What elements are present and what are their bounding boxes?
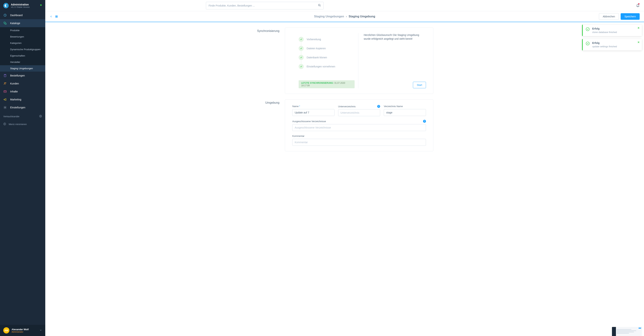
nav-sub-kategorien[interactable]: Kategorien <box>0 40 45 46</box>
excluded-input[interactable] <box>292 124 426 131</box>
toast-message: update settings finished <box>592 45 617 48</box>
sync-step-4: Einstellungen vornehmen <box>299 64 354 69</box>
field-subdir: Unterverzeichnis? <box>338 105 380 116</box>
nav-sub-dynamische[interactable]: Dynamische Produktgruppen <box>0 46 45 53</box>
last-sync-label: LETZTE SYNCHRONISIERUNG: <box>301 82 334 84</box>
step-label: Vorbereitung <box>306 38 321 41</box>
minimize-icon <box>3 123 6 126</box>
minimize-label: Menü minimieren <box>9 123 27 126</box>
last-sync-badge: LETZTE SYNCHRONISIERUNG: 31.07.2020 18:1… <box>299 80 354 88</box>
field-name: Name* <box>292 105 334 116</box>
step-label: Dateien kopieren <box>306 47 326 50</box>
breadcrumb-current: Staging Umgebung <box>348 15 375 18</box>
nav-bestellungen[interactable]: Bestellungen <box>0 72 45 80</box>
back-button[interactable] <box>50 15 52 18</box>
catalog-icon <box>3 21 7 25</box>
user-role: Administrator <box>12 331 28 333</box>
nav-label: Marketing <box>10 98 21 101</box>
admin-title: Administration <box>11 3 30 6</box>
help-icon[interactable]: ? <box>377 105 380 108</box>
dirname-input[interactable] <box>384 109 426 116</box>
settings-icon <box>3 106 7 109</box>
subdir-input[interactable] <box>338 109 380 116</box>
cancel-button[interactable]: Abbrechen <box>599 13 619 20</box>
excluded-label: Ausgeschlossene Verzeichnisse? <box>292 120 426 123</box>
help-icon[interactable]: ? <box>423 120 426 123</box>
svg-rect-13 <box>56 17 58 18</box>
comment-input[interactable] <box>292 139 426 146</box>
breadcrumb-parent[interactable]: Staging Umgebungen <box>314 15 344 18</box>
nav-marketing[interactable]: Marketing <box>0 96 45 104</box>
svg-point-10 <box>318 4 320 6</box>
dashboard-icon <box>3 14 7 17</box>
dirname-label: Verzeichnis Name <box>384 105 426 108</box>
minimize-menu[interactable]: Menü minimieren <box>0 120 45 129</box>
nav-label: Dashboard <box>10 14 23 17</box>
comment-label: Kommentar <box>292 135 426 137</box>
svg-point-5 <box>6 83 6 83</box>
toasts-container: Erfolg clone database finished ✕ Erfolg … <box>582 25 642 50</box>
content: Synchronisierung Vorbereitung <box>45 22 644 336</box>
list-button[interactable] <box>55 15 58 18</box>
main: Staging Umgebungen › Staging Umgebung Ab… <box>45 0 644 336</box>
nav-dashboard[interactable]: Dashboard <box>0 11 45 19</box>
search-input[interactable] <box>209 4 318 7</box>
breadcrumb-separator: › <box>346 15 347 18</box>
check-icon <box>299 55 304 60</box>
nav-sub-eigenschaften[interactable]: Eigenschaften <box>0 53 45 59</box>
user-name: Alexander Wolf <box>12 328 28 331</box>
sidebar-header: Administration v6.2.3 Stable Version <box>0 0 45 11</box>
search-icon <box>318 4 321 7</box>
nav-einstellungen[interactable]: Einstellungen <box>0 104 45 111</box>
nav-sub-staging[interactable]: Staging Umgebungen <box>0 65 45 72</box>
field-dirname: Verzeichnis Name <box>384 105 426 116</box>
nav-label: Kataloge <box>10 22 20 25</box>
toast-close-icon[interactable]: ✕ <box>638 41 640 44</box>
svg-rect-6 <box>4 91 6 93</box>
nav-sub-kataloge: Produkte Bewertungen Kategorien Dynamisc… <box>0 27 45 72</box>
nav-kunden[interactable]: Kunden <box>0 80 45 88</box>
name-input[interactable] <box>292 109 334 116</box>
notification-badge <box>638 3 640 5</box>
content-icon <box>3 90 7 93</box>
toast-close-icon[interactable]: ✕ <box>638 27 640 29</box>
sidebar: Administration v6.2.3 Stable Version Das… <box>0 0 45 336</box>
customers-icon <box>3 82 7 85</box>
save-button[interactable]: Speichern <box>621 13 640 20</box>
sync-step-2: Dateien kopieren <box>299 46 354 51</box>
check-icon <box>299 37 304 42</box>
nav-label: Bestellungen <box>10 74 25 77</box>
success-icon <box>586 27 590 32</box>
nav-label: Inhalte <box>10 90 18 93</box>
svg-rect-12 <box>56 16 58 17</box>
start-button[interactable]: Start <box>413 82 426 88</box>
marketing-icon <box>3 98 7 101</box>
preview-thumbnail[interactable] <box>612 327 642 336</box>
notifications-icon[interactable] <box>636 4 640 8</box>
success-icon <box>586 42 590 46</box>
breadcrumb: Staging Umgebungen › Staging Umgebung <box>314 15 375 18</box>
nav-sub-bewertungen[interactable]: Bewertungen <box>0 34 45 40</box>
step-label: Einstellungen vornehmen <box>306 65 335 68</box>
toast-title: Erfolg <box>592 42 617 44</box>
name-label: Name* <box>292 105 334 108</box>
step-label: Datenbank klonen <box>306 56 327 59</box>
nav-inhalte[interactable]: Inhalte <box>0 88 45 96</box>
admin-version: v6.2.3 Stable Version <box>11 6 30 8</box>
field-comment: Kommentar <box>292 135 426 146</box>
topbar <box>45 0 644 11</box>
section-sync: Synchronisierung Vorbereitung <box>256 28 434 94</box>
nav-kataloge[interactable]: Kataloge <box>0 19 45 27</box>
status-indicator <box>40 4 42 6</box>
toast-title: Erfolg <box>592 27 617 30</box>
search-box[interactable] <box>206 2 324 10</box>
svg-point-15 <box>586 42 589 45</box>
nav-sub-produkte[interactable]: Produkte <box>0 27 45 34</box>
nav-sub-hersteller[interactable]: Hersteller <box>0 59 45 65</box>
add-channel-icon[interactable] <box>39 115 42 118</box>
toast-message: clone database finished <box>592 31 617 34</box>
section-label-env: Umgebung <box>256 99 280 151</box>
nav: Dashboard Kataloge Produkte Bewertungen … <box>0 11 45 325</box>
user-footer[interactable]: AW Alexander Wolf Administrator <box>0 325 45 336</box>
sync-step-3: Datenbank klonen <box>299 55 354 60</box>
